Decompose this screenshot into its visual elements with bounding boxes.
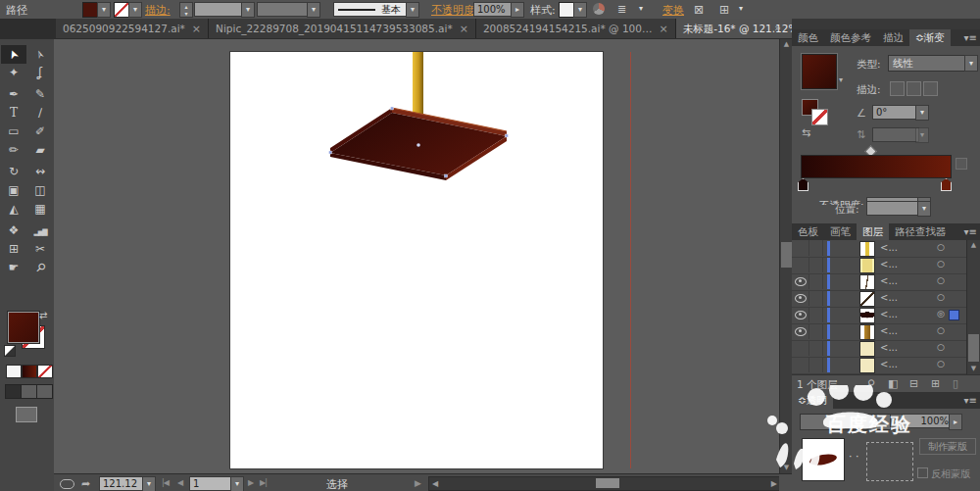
perspective-grid-tool[interactable]: ◭ bbox=[1, 200, 26, 219]
horizontal-scrollbar[interactable]: ◀ ▶ bbox=[428, 476, 781, 491]
last-artboard-icon[interactable]: ▶| bbox=[260, 478, 267, 487]
type-dropdown-icon[interactable]: ▾ bbox=[964, 55, 978, 72]
stepper-up-icon[interactable]: ▴ bbox=[184, 3, 187, 10]
canvas-area[interactable]: ▲ ▼ bbox=[54, 39, 792, 473]
angle-dropdown-icon[interactable]: ▾ bbox=[915, 105, 929, 121]
brush-dropdown-icon[interactable]: ▾ bbox=[406, 2, 419, 18]
artboard-dropdown-icon[interactable]: ▾ bbox=[230, 476, 244, 491]
hscroll-right-icon[interactable]: ▶ bbox=[771, 479, 777, 488]
brush-definition-field[interactable]: 基本 bbox=[333, 2, 412, 17]
tab-layers[interactable]: 图层 bbox=[857, 223, 889, 240]
rotate-tool[interactable]: ↻ bbox=[1, 163, 26, 181]
lock-cell[interactable] bbox=[808, 290, 823, 306]
stroke-gradient-across-button[interactable] bbox=[923, 81, 938, 96]
tab-color-guide[interactable]: 颜色参考 bbox=[824, 29, 877, 46]
draw-normal-button[interactable] bbox=[5, 384, 22, 399]
zoom-level-field[interactable]: 121.12 bbox=[99, 476, 146, 491]
target-icon[interactable]: ○ bbox=[937, 325, 945, 335]
pen-tool[interactable]: ✒ bbox=[1, 85, 26, 104]
free-transform-tool[interactable]: ▣ bbox=[1, 181, 26, 200]
style-swatch[interactable] bbox=[559, 2, 574, 18]
tab-gradient[interactable]: ≎渐变 bbox=[909, 29, 951, 46]
hscroll-left-icon[interactable]: ◀ bbox=[432, 479, 438, 488]
layer-row[interactable]: <...○ bbox=[792, 357, 974, 374]
pencil-tool[interactable]: ✏ bbox=[1, 141, 26, 160]
opacity-field[interactable]: 100% bbox=[473, 2, 514, 17]
stroke-weight-field[interactable] bbox=[194, 2, 245, 17]
checkbox-icon[interactable] bbox=[917, 467, 928, 478]
gradient-type-select[interactable]: 线性 bbox=[888, 55, 968, 72]
more-options-dropdown-icon[interactable]: ▾ bbox=[735, 2, 747, 16]
transparency-opacity-dropdown-icon[interactable]: ▸ bbox=[949, 414, 962, 430]
zoom-dropdown-icon[interactable]: ▾ bbox=[142, 476, 156, 491]
draw-behind-button[interactable] bbox=[21, 384, 37, 399]
bounding-box-icon[interactable]: ⊠ bbox=[694, 3, 704, 17]
eye-icon[interactable] bbox=[795, 294, 807, 303]
lasso-tool[interactable]: ʆ bbox=[27, 64, 53, 82]
target-icon[interactable]: ○ bbox=[937, 259, 945, 269]
vertical-scrollbar[interactable]: ▲ ▼ bbox=[779, 39, 792, 473]
blend-tool[interactable]: ❖ bbox=[1, 221, 26, 240]
layer-row[interactable]: <...○ bbox=[792, 257, 974, 274]
direct-selection-tool[interactable]: ➢ bbox=[27, 45, 53, 64]
visibility-cell[interactable] bbox=[792, 240, 809, 256]
isolate-selection-icon[interactable]: ⊞ bbox=[719, 3, 729, 17]
default-fill-stroke-icon[interactable] bbox=[4, 345, 16, 357]
lock-cell[interactable] bbox=[808, 323, 823, 339]
stroke-gradient-along-button[interactable] bbox=[906, 81, 921, 96]
gradient-mode-button[interactable] bbox=[22, 365, 37, 378]
clipping-mask-icon[interactable]: ◧ bbox=[888, 377, 898, 390]
prev-artboard-icon[interactable]: ◀ bbox=[177, 478, 182, 487]
layer-row-selected[interactable]: <...◎ bbox=[792, 307, 974, 324]
tab-close-icon[interactable]: × bbox=[659, 23, 667, 35]
blob-brush-tool[interactable]: ▰ bbox=[27, 141, 53, 160]
layers-scrollbar-thumb[interactable] bbox=[968, 334, 979, 362]
stroke-weight-stepper[interactable]: ▴▾ bbox=[179, 2, 193, 18]
gradient-stop-start[interactable] bbox=[798, 178, 808, 191]
none-mode-button[interactable] bbox=[37, 365, 53, 378]
next-artboard-icon[interactable]: ▶ bbox=[248, 478, 253, 487]
visibility-cell[interactable] bbox=[792, 290, 809, 306]
magic-wand-tool[interactable]: ✦ bbox=[1, 64, 26, 82]
document-tab[interactable]: 2008524194154215.ai* @ 100…× bbox=[476, 19, 676, 38]
mesh-tool[interactable]: ▦ bbox=[27, 200, 53, 219]
new-sublayer-icon[interactable]: ⊟ bbox=[909, 377, 918, 390]
opacity-panel-link[interactable]: 不透明度: bbox=[431, 3, 478, 18]
tab-overflow-icon[interactable]: » bbox=[774, 22, 781, 34]
fill-color-swatch[interactable] bbox=[82, 2, 98, 18]
align-dropdown-icon[interactable]: ▾ bbox=[635, 2, 647, 16]
swap-fill-stroke-icon[interactable]: ⇄ bbox=[39, 310, 47, 320]
visibility-cell[interactable] bbox=[792, 323, 809, 339]
first-artboard-icon[interactable]: |◀ bbox=[162, 478, 169, 487]
gradient-slider-bar[interactable] bbox=[801, 155, 952, 178]
curvature-tool[interactable]: ✎ bbox=[27, 85, 53, 104]
type-tool[interactable]: T bbox=[1, 104, 26, 123]
gradient-stop-end[interactable] bbox=[941, 178, 952, 191]
shape-builder-tool[interactable]: ◫ bbox=[27, 181, 53, 200]
stroke-gradient-within-button[interactable] bbox=[890, 81, 905, 96]
rectangle-tool[interactable]: ▭ bbox=[1, 123, 26, 141]
zoom-tool[interactable]: ⚲ bbox=[27, 259, 53, 277]
tab-stroke[interactable]: 描边 bbox=[877, 29, 909, 46]
lock-cell[interactable] bbox=[808, 240, 823, 256]
recolor-artwork-icon[interactable] bbox=[593, 3, 605, 15]
reverse-gradient-icon[interactable]: ⇆ bbox=[802, 126, 810, 139]
tab-transparency[interactable]: ≎透明 bbox=[792, 392, 833, 409]
lock-cell[interactable] bbox=[808, 273, 823, 289]
target-icon[interactable]: ○ bbox=[937, 359, 945, 368]
horizontal-scrollbar-thumb[interactable] bbox=[596, 478, 619, 488]
target-icon[interactable]: ○ bbox=[937, 242, 945, 252]
target-icon-selected[interactable]: ◎ bbox=[937, 309, 945, 319]
screen-mode-button[interactable] bbox=[16, 407, 37, 422]
tab-color[interactable]: 颜色 bbox=[792, 29, 824, 46]
eye-icon[interactable] bbox=[795, 327, 807, 336]
slice-tool[interactable]: ✂ bbox=[27, 240, 53, 259]
visibility-cell[interactable] bbox=[792, 307, 809, 322]
layer-row[interactable]: <...○ bbox=[792, 290, 974, 308]
align-icon[interactable]: ≣ bbox=[617, 3, 626, 16]
scroll-down-icon[interactable]: ▼ bbox=[780, 463, 792, 473]
make-mask-button[interactable]: 制作蒙版 bbox=[919, 438, 976, 455]
invert-mask-checkbox[interactable]: 反相蒙版 bbox=[917, 467, 970, 481]
tab-brushes[interactable]: 画笔 bbox=[824, 223, 857, 240]
gradient-swatch-dropdown-icon[interactable]: ▾ bbox=[839, 75, 843, 84]
